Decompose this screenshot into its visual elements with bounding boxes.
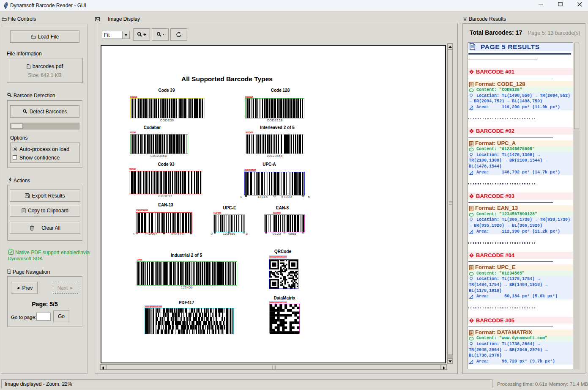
svg-text:?: ? — [470, 254, 472, 257]
svg-text:?: ? — [470, 129, 472, 132]
svg-text:?: ? — [470, 195, 472, 198]
svg-text:?: ? — [470, 319, 472, 322]
svg-text:?: ? — [470, 70, 472, 73]
